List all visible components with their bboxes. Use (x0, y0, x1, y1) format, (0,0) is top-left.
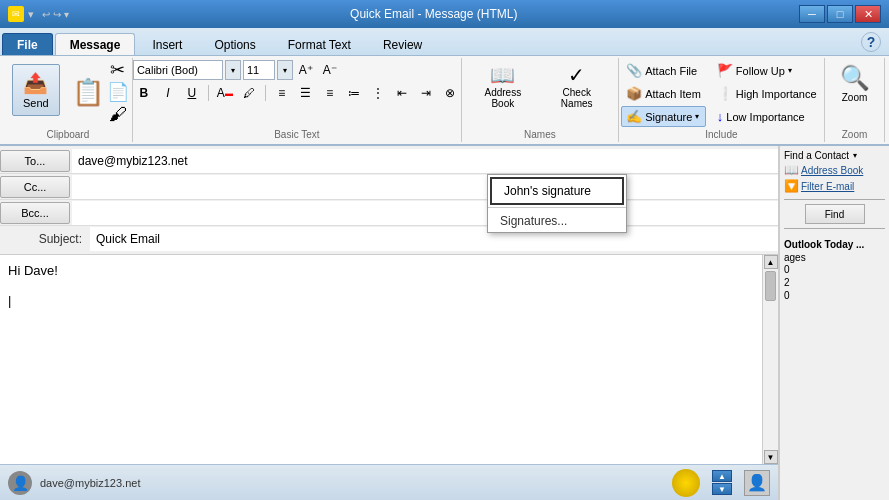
attach-file-button[interactable]: 📎 Attach File (621, 60, 706, 81)
cc-input[interactable] (72, 175, 778, 199)
copy-button[interactable]: 📄 (108, 82, 128, 102)
status-arrow-up[interactable]: ▲ (712, 470, 732, 482)
bcc-button[interactable]: Bcc... (0, 202, 70, 224)
filter-email-icon: 🔽 (784, 179, 799, 193)
cut-button[interactable]: ✂ (108, 60, 128, 80)
address-book-icon-right: 📖 (784, 163, 799, 177)
to-button[interactable]: To... (0, 150, 70, 172)
ribbon-group-basic-text: ▾ ▾ A⁺ A⁻ B I U A▬ 🖊 ≡ ☰ ≡ ≔ (133, 58, 462, 142)
low-importance-button[interactable]: ↓ Low Importance (712, 106, 822, 127)
title-bar-controls: ─ □ ✕ (799, 5, 881, 23)
to-field-row: To... (0, 148, 778, 174)
email-body-editor[interactable]: Hi Dave! | (8, 263, 758, 456)
font-color-button[interactable]: A▬ (214, 83, 236, 103)
tab-file[interactable]: File (2, 33, 53, 55)
close-button[interactable]: ✕ (855, 5, 881, 23)
outlook-today-title[interactable]: Outlook Today ... (784, 239, 885, 250)
ribbon-group-names: 📖 Address Book ✓ Check Names Names (462, 58, 619, 142)
align-left-button[interactable]: ≡ (271, 83, 293, 103)
cc-field-row: Cc... (0, 174, 778, 200)
highlight-button[interactable]: 🖊 (238, 83, 260, 103)
status-email: dave@mybiz123.net (40, 477, 140, 489)
names-label: Names (524, 127, 556, 140)
cc-button[interactable]: Cc... (0, 176, 70, 198)
find-button[interactable]: Find (805, 204, 865, 224)
clipboard-small-buttons: ✂ 📄 🖌 (108, 60, 128, 124)
status-avatar: 👤 (8, 471, 32, 495)
basic-text-label: Basic Text (274, 127, 319, 140)
count-0: 0 (784, 264, 790, 275)
check-names-icon: ✓ (568, 63, 585, 87)
bold-button[interactable]: B (133, 83, 155, 103)
minimize-button[interactable]: ─ (799, 5, 825, 23)
attach-item-button[interactable]: 📦 Attach Item (621, 83, 706, 104)
format-painter-button[interactable]: 🖌 (108, 104, 128, 124)
subject-input[interactable] (90, 227, 778, 251)
underline-button[interactable]: U (181, 83, 203, 103)
check-names-label: Check Names (547, 87, 607, 109)
align-center-button[interactable]: ☰ (295, 83, 317, 103)
signature-dropdown: John's signature Signatures... (487, 174, 627, 233)
font-size-input[interactable] (243, 60, 275, 80)
tab-format-text[interactable]: Format Text (273, 33, 366, 55)
tab-message[interactable]: Message (55, 33, 136, 55)
decrease-indent-button[interactable]: ⇤ (391, 83, 413, 103)
help-button[interactable]: ? (861, 32, 881, 52)
tab-options[interactable]: Options (199, 33, 270, 55)
zoom-button[interactable]: 🔍 Zoom (833, 60, 877, 107)
font-row2: B I U A▬ 🖊 ≡ ☰ ≡ ≔ ⋮ ⇤ ⇥ ⊗ (133, 83, 461, 103)
increase-indent-button[interactable]: ⇥ (415, 83, 437, 103)
email-body: Hi Dave! | ▲ ▼ (0, 255, 778, 464)
attach-file-icon: 📎 (626, 63, 642, 78)
window-title: Quick Email - Message (HTML) (69, 7, 799, 21)
filter-email-label[interactable]: Filter E-mail (801, 181, 854, 192)
address-book-button[interactable]: 📖 Address Book (468, 60, 538, 112)
list-number-button[interactable]: ⋮ (367, 83, 389, 103)
compose-area: To... Cc... Bcc... Subject: Hi Dave! | (0, 146, 779, 500)
send-button[interactable]: 📤 Send (12, 64, 60, 116)
signature-item-signatures[interactable]: Signatures... (488, 210, 626, 232)
italic-button[interactable]: I (157, 83, 179, 103)
main-content: To... Cc... Bcc... Subject: Hi Dave! | (0, 146, 889, 500)
signature-button[interactable]: ✍ Signature ▾ (621, 106, 706, 127)
include-label: Include (705, 127, 737, 140)
attach-item-icon: 📦 (626, 86, 642, 101)
scroll-up-arrow[interactable]: ▲ (764, 255, 778, 269)
body-cursor: | (8, 278, 758, 308)
follow-up-button[interactable]: 🚩 Follow Up ▾ (712, 60, 822, 81)
scroll-thumb[interactable] (765, 271, 776, 301)
list-bullet-button[interactable]: ≔ (343, 83, 365, 103)
send-label: Send (23, 97, 49, 109)
follow-up-icon: 🚩 (717, 63, 733, 78)
ribbon-tabs: File Message Insert Options Format Text … (0, 28, 889, 56)
separator2 (265, 85, 266, 101)
align-right-button[interactable]: ≡ (319, 83, 341, 103)
font-name-input[interactable] (133, 60, 223, 80)
tab-insert[interactable]: Insert (137, 33, 197, 55)
find-contact-dropdown[interactable]: ▾ (853, 151, 857, 160)
tab-review[interactable]: Review (368, 33, 437, 55)
count-row-1: 2 (784, 276, 885, 289)
bcc-input[interactable] (72, 201, 778, 225)
scrollbar: ▲ ▼ (762, 255, 778, 464)
check-names-button[interactable]: ✓ Check Names (542, 60, 612, 112)
clear-format-button[interactable]: ⊗ (439, 83, 461, 103)
to-input[interactable] (72, 149, 778, 173)
font-size-dropdown[interactable]: ▾ (277, 60, 293, 80)
decrease-font-button[interactable]: A⁻ (319, 60, 341, 80)
title-bar: ✉ ▾ ↩ ↪ ▾ Quick Email - Message (HTML) ─… (0, 0, 889, 28)
count-row-2: 0 (784, 289, 885, 302)
status-arrow-down[interactable]: ▼ (712, 483, 732, 495)
signature-item-john[interactable]: John's signature (490, 177, 624, 205)
font-name-dropdown[interactable]: ▾ (225, 60, 241, 80)
restore-button[interactable]: □ (827, 5, 853, 23)
address-book-right-label[interactable]: Address Book (801, 165, 863, 176)
basic-text-content: ▾ ▾ A⁺ A⁻ B I U A▬ 🖊 ≡ ☰ ≡ ≔ (133, 60, 461, 127)
high-importance-button[interactable]: ❕ High Importance (712, 83, 822, 104)
status-circle-icon (672, 469, 700, 497)
paste-button[interactable]: 📋 (70, 74, 106, 110)
scroll-down-arrow[interactable]: ▼ (764, 450, 778, 464)
subject-field-row: Subject: (0, 226, 778, 252)
increase-font-button[interactable]: A⁺ (295, 60, 317, 80)
separator1 (208, 85, 209, 101)
